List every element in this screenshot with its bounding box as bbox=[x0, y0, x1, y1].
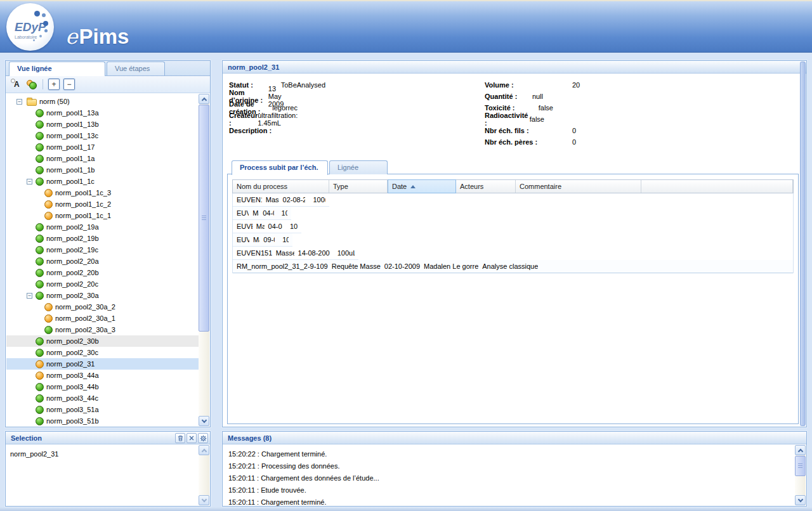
scrollbar-thumb[interactable] bbox=[795, 456, 806, 476]
message-line: 15:20:22 : Chargement terminé. bbox=[228, 448, 325, 460]
cell-process-name: EUVEN1510 bbox=[233, 249, 272, 257]
column-header[interactable]: Acteurs bbox=[456, 180, 516, 193]
status-icon bbox=[36, 360, 44, 368]
tree-expander-icon[interactable]: − bbox=[27, 293, 32, 299]
status-icon bbox=[36, 132, 44, 140]
tree-item[interactable]: − norm_pool2_20c bbox=[6, 278, 199, 290]
table-row[interactable]: EUVEN1389 Masse 04-08-2009 100uL bbox=[233, 220, 301, 233]
font-search-icon[interactable]: A bbox=[11, 79, 22, 90]
status-icon bbox=[36, 155, 44, 163]
cell-comment: 100uL bbox=[286, 223, 298, 230]
tree-item[interactable]: − norm_pool1_1c_2 bbox=[6, 198, 199, 210]
tree-item[interactable]: − norm_pool2_19c bbox=[6, 244, 199, 256]
field-value: ToBeAnalysed bbox=[281, 81, 325, 89]
field-label: Toxicité : bbox=[485, 104, 539, 112]
process-tab[interactable]: Lignée bbox=[329, 160, 388, 174]
table-row[interactable]: EUVEN1510 Masse 14-08-2009 100uL bbox=[233, 247, 358, 260]
main-scrollbar[interactable] bbox=[800, 61, 806, 426]
field-value: false bbox=[530, 115, 544, 123]
messages-list: 15:20:22 : Chargement terminé.15:20:21 :… bbox=[223, 445, 795, 505]
tree-item[interactable]: − norm_pool3_51a bbox=[6, 404, 199, 415]
scroll-down-button[interactable] bbox=[199, 416, 209, 426]
process-tab[interactable]: Process subit par l’éch. bbox=[232, 160, 328, 175]
tree-item[interactable]: − norm_pool1_13a bbox=[6, 107, 65, 119]
trash-icon[interactable] bbox=[175, 433, 185, 443]
collapse-all-button[interactable]: − bbox=[63, 79, 75, 90]
tree-item[interactable]: − norm_pool2_30b bbox=[6, 335, 199, 347]
messages-panel-header: Messages (8) bbox=[223, 432, 806, 444]
tree-item[interactable]: − norm_pool2_20b bbox=[6, 267, 199, 278]
tree-item[interactable]: − norm (50) bbox=[6, 96, 103, 107]
selection-scrollbar[interactable] bbox=[199, 445, 209, 505]
process-table: Nom du process Type Date Acteurs bbox=[232, 179, 794, 273]
tree-expander-icon[interactable]: − bbox=[27, 179, 32, 184]
tree-item[interactable]: − norm_pool1_13b bbox=[6, 119, 75, 130]
tree-item[interactable]: − norm_pool1_1c_3 bbox=[6, 187, 199, 198]
table-row[interactable]: EUVEN1376 Masse 04-08-2009 100uL bbox=[233, 207, 291, 220]
status-icon bbox=[36, 337, 44, 346]
detail-fields-right: Volume : 20 Quantité : null Toxicité : f… bbox=[485, 79, 610, 148]
tree-item[interactable]: − norm_pool1_13c bbox=[6, 130, 66, 141]
scroll-down-button[interactable] bbox=[795, 495, 806, 505]
tree-item[interactable]: − norm_pool2_19b bbox=[6, 233, 199, 244]
logo-subtext: Laboratoire bbox=[15, 35, 37, 39]
tree-item[interactable]: − norm_pool2_20a bbox=[6, 256, 199, 267]
tree-item-label: norm_pool2_20b bbox=[46, 268, 101, 277]
cell-type: Masse bbox=[262, 196, 279, 204]
logo-dot bbox=[43, 21, 48, 26]
tree-item-label: norm_pool3_51a bbox=[46, 405, 101, 414]
selection-item[interactable]: norm_pool2_31 bbox=[10, 448, 107, 460]
table-row[interactable]: EUVEN1351 Masse 02-08-2009 100uL bbox=[233, 193, 329, 207]
messages-scrollbar[interactable] bbox=[795, 445, 806, 505]
column-header[interactable]: Type bbox=[329, 180, 388, 193]
tree-item-label: norm (50) bbox=[39, 97, 72, 106]
detail-field: Créateur : ultrafiltration: 1.45mL bbox=[229, 113, 289, 125]
tree-item[interactable]: − norm_pool2_19a bbox=[6, 221, 199, 233]
detail-field: Nbr éch. fils : 0 bbox=[485, 125, 610, 136]
view-tab[interactable]: Vue lignée bbox=[9, 61, 105, 76]
tree-item[interactable]: − norm_pool2_30a bbox=[6, 290, 199, 301]
scroll-up-button[interactable] bbox=[199, 94, 209, 104]
table-row[interactable]: EUVEN1452 Masse 09-08-2009 100uL bbox=[233, 233, 292, 247]
tree-item-label: norm_pool1_13b bbox=[46, 120, 101, 129]
status-icon bbox=[36, 246, 44, 254]
scrollbar-thumb[interactable] bbox=[199, 105, 209, 332]
column-header[interactable] bbox=[641, 180, 793, 193]
gear-icon[interactable] bbox=[198, 433, 208, 443]
status-icon bbox=[44, 303, 53, 311]
epims-window: { "colors": { "header_blue": "#4a7ac2", … bbox=[0, 0, 812, 511]
view-tab[interactable]: Vue étapes bbox=[107, 61, 165, 75]
tree-item[interactable]: − norm_pool1_17 bbox=[6, 141, 132, 153]
tree-item[interactable]: − norm_pool2_30c bbox=[6, 347, 199, 358]
tree-item[interactable]: − norm_pool3_44b bbox=[6, 381, 199, 392]
table-row[interactable]: RM_norm_pool2_31_2-9-109 Requête Masse 0… bbox=[233, 260, 793, 273]
tree-item[interactable]: − norm_pool1_1a bbox=[6, 153, 199, 164]
column-header[interactable]: Date bbox=[388, 179, 456, 193]
tree-item[interactable]: − norm_pool1_1c bbox=[6, 176, 199, 187]
tree-item[interactable]: − norm_pool3_44c bbox=[6, 392, 199, 404]
cell-comment: 100uL bbox=[309, 196, 325, 204]
tree-item[interactable]: − norm_pool3_51b bbox=[6, 415, 199, 426]
logo-dot bbox=[39, 35, 42, 37]
tree-item[interactable]: − norm_pool2_30a_1 bbox=[6, 313, 199, 324]
tree-item[interactable]: − norm_pool2_30a_3 bbox=[6, 324, 199, 335]
tree-item[interactable]: − norm_pool1_1c_1 bbox=[6, 210, 199, 221]
scroll-up-button[interactable] bbox=[795, 445, 806, 455]
column-header[interactable]: Commentaire bbox=[516, 180, 641, 193]
status-colors-icon[interactable] bbox=[26, 79, 37, 90]
view-tab-strip: Vue lignéeVue étapes bbox=[6, 61, 210, 76]
tree-item[interactable]: − norm_pool1_1b bbox=[6, 164, 199, 176]
status-icon bbox=[36, 143, 44, 152]
expand-all-button[interactable]: + bbox=[48, 79, 60, 90]
column-header[interactable]: Nom du process bbox=[233, 180, 329, 193]
close-icon[interactable] bbox=[187, 433, 197, 443]
scroll-down-button[interactable] bbox=[199, 495, 209, 505]
tree-item[interactable]: − norm_pool2_30a_2 bbox=[6, 301, 199, 313]
tree-scrollbar[interactable] bbox=[199, 94, 209, 426]
tree-item[interactable]: − norm_pool3_44a bbox=[6, 370, 199, 381]
detail-field: Description : bbox=[229, 125, 355, 136]
tree-expander-icon[interactable]: − bbox=[16, 99, 22, 105]
scroll-up-button[interactable] bbox=[199, 445, 209, 455]
scrollbar-thumb[interactable] bbox=[800, 61, 806, 426]
tree-item[interactable]: − norm_pool2_31 bbox=[6, 358, 199, 370]
